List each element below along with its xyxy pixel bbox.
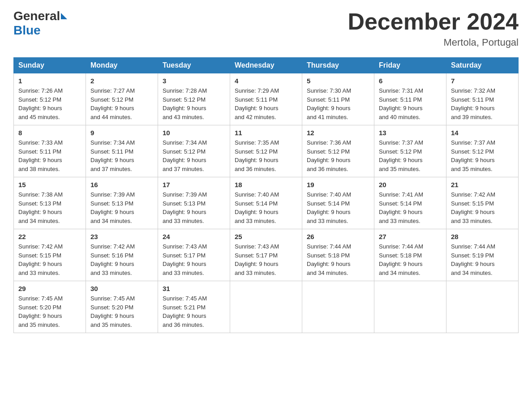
table-row: 14 Sunrise: 7:37 AM Sunset: 5:12 PM Dayl… — [446, 125, 519, 177]
day-info: Sunrise: 7:40 AM Sunset: 5:14 PM Dayligh… — [235, 190, 297, 225]
table-row — [374, 281, 446, 333]
day-info: Sunrise: 7:45 AM Sunset: 5:20 PM Dayligh… — [90, 294, 153, 329]
table-row: 1 Sunrise: 7:26 AM Sunset: 5:12 PM Dayli… — [14, 73, 86, 125]
table-row: 15 Sunrise: 7:38 AM Sunset: 5:13 PM Dayl… — [14, 177, 86, 229]
day-number: 14 — [451, 129, 514, 137]
location-subtitle: Mertola, Portugal — [348, 37, 519, 48]
day-number: 17 — [163, 181, 225, 188]
day-number: 11 — [235, 129, 297, 137]
day-number: 28 — [451, 233, 514, 240]
day-info: Sunrise: 7:43 AM Sunset: 5:17 PM Dayligh… — [235, 242, 297, 277]
table-row: 13 Sunrise: 7:37 AM Sunset: 5:12 PM Dayl… — [374, 125, 446, 177]
day-number: 10 — [163, 129, 225, 137]
header-thursday: Thursday — [302, 58, 374, 73]
day-number: 7 — [451, 77, 514, 85]
day-info: Sunrise: 7:28 AM Sunset: 5:12 PM Dayligh… — [163, 86, 225, 121]
day-info: Sunrise: 7:31 AM Sunset: 5:11 PM Dayligh… — [379, 86, 442, 121]
day-number: 13 — [379, 129, 442, 137]
table-row: 24 Sunrise: 7:43 AM Sunset: 5:17 PM Dayl… — [158, 229, 230, 281]
table-row: 5 Sunrise: 7:30 AM Sunset: 5:11 PM Dayli… — [302, 73, 374, 125]
day-number: 21 — [451, 181, 514, 188]
day-number: 1 — [18, 77, 81, 85]
day-number: 5 — [307, 77, 369, 85]
day-number: 8 — [18, 129, 81, 137]
day-info: Sunrise: 7:37 AM Sunset: 5:12 PM Dayligh… — [379, 138, 442, 173]
day-number: 3 — [163, 77, 225, 85]
day-info: Sunrise: 7:44 AM Sunset: 5:18 PM Dayligh… — [379, 242, 442, 277]
header-wednesday: Wednesday — [230, 58, 302, 73]
logo-blue-text: Blue — [13, 23, 41, 37]
table-row: 29 Sunrise: 7:45 AM Sunset: 5:20 PM Dayl… — [14, 281, 86, 333]
day-info: Sunrise: 7:29 AM Sunset: 5:11 PM Dayligh… — [235, 86, 297, 121]
day-number: 18 — [235, 181, 297, 188]
table-row: 7 Sunrise: 7:32 AM Sunset: 5:11 PM Dayli… — [446, 73, 519, 125]
day-info: Sunrise: 7:44 AM Sunset: 5:18 PM Dayligh… — [307, 242, 369, 277]
day-number: 23 — [90, 233, 153, 240]
day-number: 27 — [379, 233, 442, 240]
day-info: Sunrise: 7:36 AM Sunset: 5:12 PM Dayligh… — [307, 138, 369, 173]
table-row: 2 Sunrise: 7:27 AM Sunset: 5:12 PM Dayli… — [86, 73, 158, 125]
table-row: 22 Sunrise: 7:42 AM Sunset: 5:15 PM Dayl… — [14, 229, 86, 281]
table-row: 30 Sunrise: 7:45 AM Sunset: 5:20 PM Dayl… — [86, 281, 158, 333]
page-header: General Blue December 2024 Mertola, Port… — [13, 9, 519, 48]
day-number: 30 — [90, 285, 153, 292]
logo-arrow-icon — [61, 13, 67, 19]
day-number: 20 — [379, 181, 442, 188]
day-number: 29 — [18, 285, 81, 292]
day-info: Sunrise: 7:45 AM Sunset: 5:21 PM Dayligh… — [163, 294, 225, 329]
header-sunday: Sunday — [14, 58, 86, 73]
table-row: 21 Sunrise: 7:42 AM Sunset: 5:15 PM Dayl… — [446, 177, 519, 229]
day-info: Sunrise: 7:44 AM Sunset: 5:19 PM Dayligh… — [451, 242, 514, 277]
day-info: Sunrise: 7:34 AM Sunset: 5:11 PM Dayligh… — [90, 138, 153, 173]
table-row: 6 Sunrise: 7:31 AM Sunset: 5:11 PM Dayli… — [374, 73, 446, 125]
logo: General Blue — [13, 9, 68, 38]
table-row: 20 Sunrise: 7:41 AM Sunset: 5:14 PM Dayl… — [374, 177, 446, 229]
week-row-1: 1 Sunrise: 7:26 AM Sunset: 5:12 PM Dayli… — [14, 73, 519, 125]
table-row — [230, 281, 302, 333]
week-row-2: 8 Sunrise: 7:33 AM Sunset: 5:11 PM Dayli… — [14, 125, 519, 177]
day-number: 6 — [379, 77, 442, 85]
day-number: 22 — [18, 233, 81, 240]
day-number: 25 — [235, 233, 297, 240]
week-row-5: 29 Sunrise: 7:45 AM Sunset: 5:20 PM Dayl… — [14, 281, 519, 333]
day-info: Sunrise: 7:35 AM Sunset: 5:12 PM Dayligh… — [235, 138, 297, 173]
table-row: 18 Sunrise: 7:40 AM Sunset: 5:14 PM Dayl… — [230, 177, 302, 229]
table-row: 25 Sunrise: 7:43 AM Sunset: 5:17 PM Dayl… — [230, 229, 302, 281]
day-info: Sunrise: 7:34 AM Sunset: 5:12 PM Dayligh… — [163, 138, 225, 173]
table-row: 28 Sunrise: 7:44 AM Sunset: 5:19 PM Dayl… — [446, 229, 519, 281]
week-row-4: 22 Sunrise: 7:42 AM Sunset: 5:15 PM Dayl… — [14, 229, 519, 281]
table-row: 8 Sunrise: 7:33 AM Sunset: 5:11 PM Dayli… — [14, 125, 86, 177]
day-number: 16 — [90, 181, 153, 188]
header-friday: Friday — [374, 58, 446, 73]
day-number: 31 — [163, 285, 225, 292]
day-info: Sunrise: 7:37 AM Sunset: 5:12 PM Dayligh… — [451, 138, 514, 173]
table-row: 27 Sunrise: 7:44 AM Sunset: 5:18 PM Dayl… — [374, 229, 446, 281]
day-info: Sunrise: 7:43 AM Sunset: 5:17 PM Dayligh… — [163, 242, 225, 277]
table-row: 16 Sunrise: 7:39 AM Sunset: 5:13 PM Dayl… — [86, 177, 158, 229]
day-info: Sunrise: 7:45 AM Sunset: 5:20 PM Dayligh… — [18, 294, 81, 329]
title-section: December 2024 Mertola, Portugal — [348, 9, 519, 48]
day-number: 15 — [18, 181, 81, 188]
day-info: Sunrise: 7:27 AM Sunset: 5:12 PM Dayligh… — [90, 86, 153, 121]
day-info: Sunrise: 7:30 AM Sunset: 5:11 PM Dayligh… — [307, 86, 369, 121]
day-number: 26 — [307, 233, 369, 240]
table-row: 17 Sunrise: 7:39 AM Sunset: 5:13 PM Dayl… — [158, 177, 230, 229]
table-row — [446, 281, 519, 333]
logo-general-text: General — [13, 9, 60, 23]
table-row: 11 Sunrise: 7:35 AM Sunset: 5:12 PM Dayl… — [230, 125, 302, 177]
table-row — [302, 281, 374, 333]
header-saturday: Saturday — [446, 58, 519, 73]
table-row: 31 Sunrise: 7:45 AM Sunset: 5:21 PM Dayl… — [158, 281, 230, 333]
day-number: 4 — [235, 77, 297, 85]
header-monday: Monday — [86, 58, 158, 73]
table-row: 23 Sunrise: 7:42 AM Sunset: 5:16 PM Dayl… — [86, 229, 158, 281]
day-info: Sunrise: 7:39 AM Sunset: 5:13 PM Dayligh… — [163, 190, 225, 225]
day-number: 19 — [307, 181, 369, 188]
day-info: Sunrise: 7:41 AM Sunset: 5:14 PM Dayligh… — [379, 190, 442, 225]
day-number: 12 — [307, 129, 369, 137]
day-info: Sunrise: 7:40 AM Sunset: 5:14 PM Dayligh… — [307, 190, 369, 225]
month-year-title: December 2024 — [348, 9, 519, 34]
table-row: 9 Sunrise: 7:34 AM Sunset: 5:11 PM Dayli… — [86, 125, 158, 177]
table-row: 10 Sunrise: 7:34 AM Sunset: 5:12 PM Dayl… — [158, 125, 230, 177]
day-number: 2 — [90, 77, 153, 85]
